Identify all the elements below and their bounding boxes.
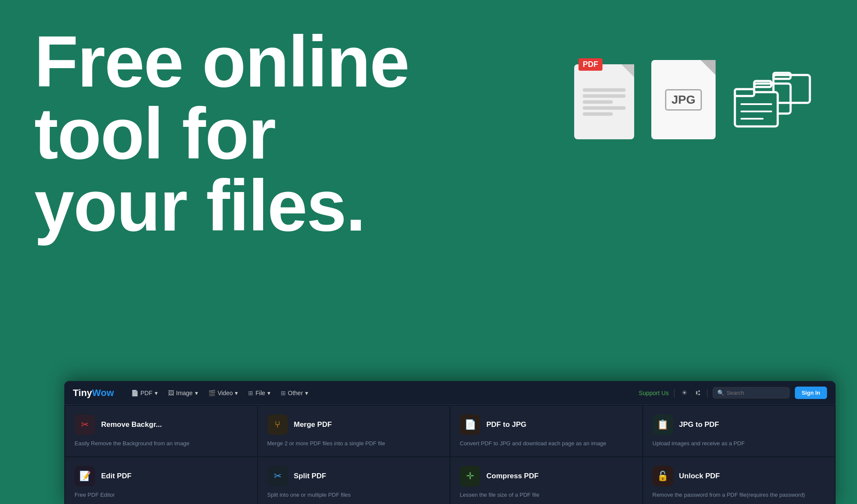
svg-rect-4 <box>735 92 778 126</box>
file-corner <box>621 64 634 77</box>
hero-section: Free online tool for your files. PDF <box>0 0 857 504</box>
nav-item-video-label: Video <box>218 390 233 396</box>
nav-divider-2 <box>707 389 707 397</box>
file-fold <box>701 60 716 75</box>
jpg-to-pdf-icon: 📋 <box>653 414 673 435</box>
tool-card-split-pdf[interactable]: ✂ Split PDF Split into one or multiple P… <box>258 457 450 504</box>
tool-card-pdf-to-jpg[interactable]: 📄 PDF to JPG Convert PDF to JPG and down… <box>450 406 642 456</box>
nav-item-video[interactable]: 🎬 Video ▾ <box>204 387 243 399</box>
nav-divider <box>674 389 674 397</box>
unlock-pdf-icon: 🔓 <box>653 466 673 486</box>
pdf-lines <box>583 86 626 118</box>
browser-window: Tiny Wow 📄 PDF ▾ 🖼 Image ▾ 🎬 Video ▾ <box>64 381 836 504</box>
nav-item-other-label: Other <box>288 390 303 396</box>
nav-item-image-label: Image <box>176 390 193 396</box>
other-chevron-icon: ▾ <box>305 390 308 396</box>
tool-name-split-pdf: Split PDF <box>294 472 327 480</box>
file-nav-icon: ⊞ <box>248 390 253 396</box>
pdf-chevron-icon: ▾ <box>155 390 158 396</box>
jpg-badge: JPG <box>665 89 702 111</box>
brand-tiny: Tiny <box>73 387 92 399</box>
search-icon: 🔍 <box>717 390 724 396</box>
navbar: Tiny Wow 📄 PDF ▾ 🖼 Image ▾ 🎬 Video ▾ <box>64 381 836 405</box>
svg-rect-5 <box>735 89 754 96</box>
pdf-nav-icon: 📄 <box>131 390 138 396</box>
remove-background-icon: ✂ <box>75 414 95 435</box>
pdf-badge: PDF <box>578 58 602 71</box>
folder-icon <box>733 71 814 139</box>
tool-header: 🔓 Unlock PDF <box>653 466 826 486</box>
nav-item-pdf-label: PDF <box>141 390 153 396</box>
hero-text-block: Free online tool for your files. <box>34 26 506 242</box>
other-nav-icon: ⊞ <box>281 390 286 396</box>
tool-header: 📝 Edit PDF <box>75 466 248 486</box>
video-nav-icon: 🎬 <box>208 390 216 396</box>
nav-item-other[interactable]: ⊞ Other ▾ <box>276 387 312 399</box>
tool-card-compress-pdf[interactable]: ✛ Compress PDF Lessen the file size of a… <box>450 457 642 504</box>
image-chevron-icon: ▾ <box>195 390 198 396</box>
image-nav-icon: 🖼 <box>168 390 174 396</box>
nav-right: Support Us ☀ ⑆ 🔍 Sign In <box>639 387 827 399</box>
video-chevron-icon: ▾ <box>235 390 238 396</box>
nav-item-file-label: File <box>255 390 265 396</box>
tool-desc-merge-pdf: Merge 2 or more PDF files into a single … <box>267 439 440 448</box>
tool-card-edit-pdf[interactable]: 📝 Edit PDF Free PDF Editor <box>65 457 257 504</box>
search-box[interactable]: 🔍 <box>713 387 790 399</box>
tool-desc-compress-pdf: Lessen the file size of a PDF file <box>460 491 633 499</box>
compress-pdf-icon: ✛ <box>460 466 480 486</box>
tool-card-merge-pdf[interactable]: ⑂ Merge PDF Merge 2 or more PDF files in… <box>258 406 450 456</box>
tool-name-edit-pdf: Edit PDF <box>101 472 132 480</box>
hero-title: Free online tool for your files. <box>34 26 506 242</box>
share-button[interactable]: ⑆ <box>694 387 702 399</box>
nav-items: 📄 PDF ▾ 🖼 Image ▾ 🎬 Video ▾ ⊞ File <box>127 387 630 399</box>
pdf-to-jpg-icon: 📄 <box>460 414 480 435</box>
support-link[interactable]: Support Us <box>639 390 669 396</box>
tool-header: ✛ Compress PDF <box>460 466 633 486</box>
tool-header: 📋 JPG to PDF <box>653 414 826 435</box>
edit-pdf-icon: 📝 <box>75 466 95 486</box>
tool-grid: ✂ Remove Backgr... Easily Remove the Bac… <box>64 405 836 504</box>
tool-desc-split-pdf: Split into one or multiple PDF files <box>267 491 440 499</box>
tool-name-merge-pdf: Merge PDF <box>294 420 332 429</box>
tool-header: ✂ Remove Backgr... <box>75 414 248 435</box>
tool-header: ⑂ Merge PDF <box>267 414 440 435</box>
brand-logo[interactable]: Tiny Wow <box>73 387 114 399</box>
search-input[interactable] <box>727 390 782 396</box>
tool-name-unlock-pdf: Unlock PDF <box>679 472 720 480</box>
theme-toggle-button[interactable]: ☀ <box>680 387 689 399</box>
nav-item-file[interactable]: ⊞ File ▾ <box>244 387 275 399</box>
tool-header: ✂ Split PDF <box>267 466 440 486</box>
folder-svg <box>733 71 814 139</box>
tool-name-jpg-to-pdf: JPG to PDF <box>679 420 719 429</box>
tool-card-remove-background[interactable]: ✂ Remove Backgr... Easily Remove the Bac… <box>65 406 257 456</box>
tool-desc-pdf-to-jpg: Convert PDF to JPG and download each pag… <box>460 439 633 448</box>
tool-name-compress-pdf: Compress PDF <box>486 472 539 480</box>
pdf-file-icon: PDF <box>574 64 634 139</box>
brand-wow: Wow <box>92 387 114 399</box>
tool-card-unlock-pdf[interactable]: 🔓 Unlock PDF Remove the password from a … <box>643 457 835 504</box>
file-icons-group: PDF JPG <box>574 60 814 139</box>
tool-name-remove-background: Remove Backgr... <box>101 420 162 429</box>
jpg-file-icon: JPG <box>651 60 716 139</box>
tool-desc-jpg-to-pdf: Upload images and receive as a PDF <box>653 439 826 448</box>
tool-header: 📄 PDF to JPG <box>460 414 633 435</box>
nav-item-pdf[interactable]: 📄 PDF ▾ <box>127 387 162 399</box>
tool-name-pdf-to-jpg: PDF to JPG <box>486 420 527 429</box>
file-chevron-icon: ▾ <box>267 390 270 396</box>
nav-item-image[interactable]: 🖼 Image ▾ <box>164 387 202 399</box>
sign-in-button[interactable]: Sign In <box>795 387 827 399</box>
tool-desc-unlock-pdf: Remove the password from a PDF file(requ… <box>653 491 826 499</box>
tool-desc-edit-pdf: Free PDF Editor <box>75 491 248 499</box>
split-pdf-icon: ✂ <box>267 466 288 486</box>
tool-desc-remove-background: Easily Remove the Background from an ima… <box>75 439 248 448</box>
tool-card-jpg-to-pdf[interactable]: 📋 JPG to PDF Upload images and receive a… <box>643 406 835 456</box>
merge-pdf-icon: ⑂ <box>267 414 288 435</box>
